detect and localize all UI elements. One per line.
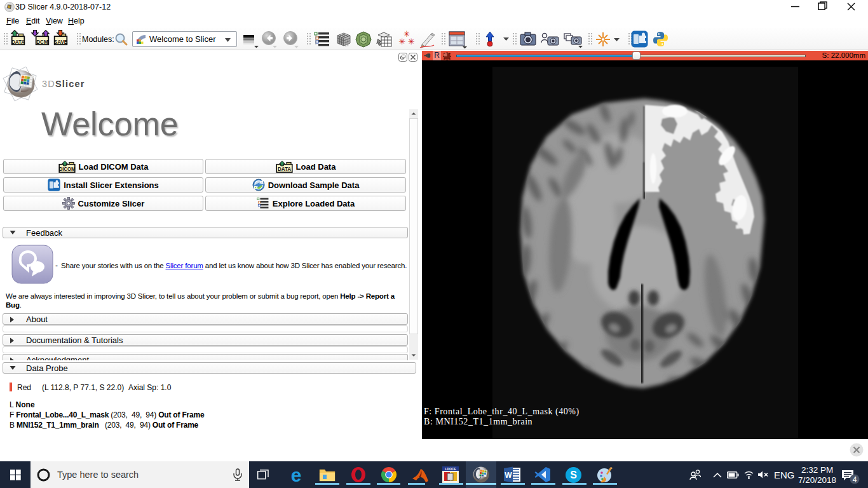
svg-text:B: MNI152_T1_1mm_brain: B: MNI152_T1_1mm_brain	[424, 417, 532, 426]
svg-text:DATA: DATA	[278, 165, 291, 172]
svg-text:4: 4	[853, 475, 857, 484]
svg-text:DATA: DATA	[11, 38, 25, 44]
svg-text:W: W	[505, 471, 512, 480]
svg-text:e: e	[291, 466, 302, 484]
svg-text:LDOCE: LDOCE	[445, 467, 456, 471]
svg-text:S: S	[570, 470, 577, 480]
svg-text:SAVE: SAVE	[54, 38, 68, 44]
svg-text:F: Frontal_Lobe_thr_40_L_mask: F: Frontal_Lobe_thr_40_L_mask (40%)	[424, 407, 580, 417]
svg-text:DCM: DCM	[36, 38, 48, 44]
svg-text:DICOM: DICOM	[58, 166, 75, 172]
